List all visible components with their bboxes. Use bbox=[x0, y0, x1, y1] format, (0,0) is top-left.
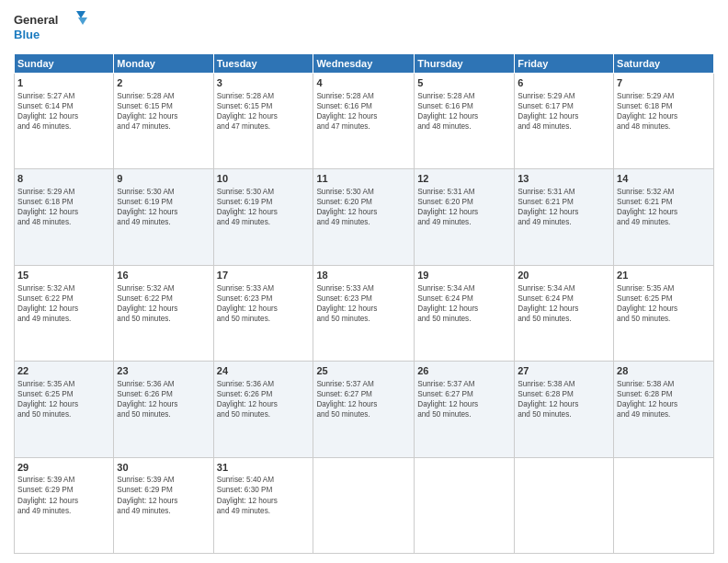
day-cell-5: 5Sunrise: 5:28 AM Sunset: 6:16 PM Daylig… bbox=[415, 74, 515, 169]
day-cell-15: 15Sunrise: 5:32 AM Sunset: 6:22 PM Dayli… bbox=[15, 265, 114, 361]
day-info: Sunrise: 5:28 AM Sunset: 6:16 PM Dayligh… bbox=[417, 91, 511, 132]
day-cell-8: 8Sunrise: 5:29 AM Sunset: 6:18 PM Daylig… bbox=[15, 169, 114, 265]
day-number: 14 bbox=[617, 172, 711, 186]
day-number: 13 bbox=[518, 172, 610, 186]
day-cell-2: 2Sunrise: 5:28 AM Sunset: 6:15 PM Daylig… bbox=[114, 74, 213, 169]
day-number: 30 bbox=[117, 461, 210, 475]
day-info: Sunrise: 5:30 AM Sunset: 6:20 PM Dayligh… bbox=[316, 187, 411, 227]
day-cell-31: 31Sunrise: 5:40 AM Sunset: 6:30 PM Dayli… bbox=[213, 457, 313, 553]
day-number: 18 bbox=[316, 269, 411, 282]
day-info: Sunrise: 5:32 AM Sunset: 6:21 PM Dayligh… bbox=[617, 187, 711, 227]
day-number: 6 bbox=[518, 76, 610, 90]
day-info: Sunrise: 5:31 AM Sunset: 6:20 PM Dayligh… bbox=[417, 187, 511, 227]
day-info: Sunrise: 5:28 AM Sunset: 6:15 PM Dayligh… bbox=[217, 91, 311, 132]
day-cell-7: 7Sunrise: 5:29 AM Sunset: 6:18 PM Daylig… bbox=[614, 74, 714, 169]
day-info: Sunrise: 5:32 AM Sunset: 6:22 PM Dayligh… bbox=[117, 283, 210, 324]
day-info: Sunrise: 5:29 AM Sunset: 6:17 PM Dayligh… bbox=[518, 91, 610, 132]
logo-svg: General Blue bbox=[14, 9, 87, 46]
day-cell-17: 17Sunrise: 5:33 AM Sunset: 6:23 PM Dayli… bbox=[213, 265, 313, 361]
day-number: 19 bbox=[417, 269, 511, 282]
day-info: Sunrise: 5:34 AM Sunset: 6:24 PM Dayligh… bbox=[417, 283, 511, 324]
day-info: Sunrise: 5:39 AM Sunset: 6:29 PM Dayligh… bbox=[117, 475, 210, 515]
day-cell-30: 30Sunrise: 5:39 AM Sunset: 6:29 PM Dayli… bbox=[114, 457, 213, 553]
day-number: 24 bbox=[217, 364, 311, 378]
day-cell-26: 26Sunrise: 5:37 AM Sunset: 6:27 PM Dayli… bbox=[415, 362, 515, 457]
day-info: Sunrise: 5:37 AM Sunset: 6:27 PM Dayligh… bbox=[316, 379, 411, 419]
header: General Blue bbox=[14, 9, 714, 46]
day-info: Sunrise: 5:40 AM Sunset: 6:30 PM Dayligh… bbox=[217, 475, 311, 515]
week-row-1: 1Sunrise: 5:27 AM Sunset: 6:14 PM Daylig… bbox=[15, 74, 714, 169]
day-info: Sunrise: 5:29 AM Sunset: 6:18 PM Dayligh… bbox=[17, 187, 110, 227]
day-cell-14: 14Sunrise: 5:32 AM Sunset: 6:21 PM Dayli… bbox=[614, 169, 714, 265]
day-info: Sunrise: 5:30 AM Sunset: 6:19 PM Dayligh… bbox=[217, 187, 311, 227]
day-cell-18: 18Sunrise: 5:33 AM Sunset: 6:23 PM Dayli… bbox=[313, 265, 415, 361]
day-number: 2 bbox=[117, 76, 210, 90]
day-number: 7 bbox=[617, 76, 711, 90]
day-number: 23 bbox=[117, 364, 210, 378]
svg-marker-2 bbox=[78, 17, 87, 25]
week-row-5: 29Sunrise: 5:39 AM Sunset: 6:29 PM Dayli… bbox=[15, 457, 714, 553]
day-info: Sunrise: 5:36 AM Sunset: 6:26 PM Dayligh… bbox=[117, 379, 210, 419]
day-info: Sunrise: 5:35 AM Sunset: 6:25 PM Dayligh… bbox=[17, 379, 110, 419]
day-cell-27: 27Sunrise: 5:38 AM Sunset: 6:28 PM Dayli… bbox=[515, 362, 614, 457]
day-cell-22: 22Sunrise: 5:35 AM Sunset: 6:25 PM Dayli… bbox=[15, 362, 114, 457]
day-info: Sunrise: 5:29 AM Sunset: 6:18 PM Dayligh… bbox=[617, 91, 711, 132]
day-number: 5 bbox=[417, 76, 511, 90]
day-cell-13: 13Sunrise: 5:31 AM Sunset: 6:21 PM Dayli… bbox=[515, 169, 614, 265]
day-cell-21: 21Sunrise: 5:35 AM Sunset: 6:25 PM Dayli… bbox=[614, 265, 714, 361]
header-thursday: Thursday bbox=[415, 54, 515, 74]
svg-text:Blue: Blue bbox=[14, 28, 40, 41]
day-info: Sunrise: 5:30 AM Sunset: 6:19 PM Dayligh… bbox=[117, 187, 210, 227]
day-number: 8 bbox=[17, 172, 110, 186]
header-monday: Monday bbox=[114, 54, 213, 74]
day-number: 29 bbox=[17, 461, 110, 475]
header-wednesday: Wednesday bbox=[313, 54, 415, 74]
day-cell-25: 25Sunrise: 5:37 AM Sunset: 6:27 PM Dayli… bbox=[313, 362, 415, 457]
day-info: Sunrise: 5:37 AM Sunset: 6:27 PM Dayligh… bbox=[417, 379, 511, 419]
header-sunday: Sunday bbox=[15, 54, 114, 74]
day-info: Sunrise: 5:34 AM Sunset: 6:24 PM Dayligh… bbox=[518, 283, 610, 324]
day-number: 4 bbox=[316, 76, 411, 90]
logo: General Blue bbox=[14, 9, 87, 46]
day-info: Sunrise: 5:35 AM Sunset: 6:25 PM Dayligh… bbox=[617, 283, 711, 324]
day-info: Sunrise: 5:33 AM Sunset: 6:23 PM Dayligh… bbox=[316, 283, 411, 324]
header-friday: Friday bbox=[515, 54, 614, 74]
day-cell-19: 19Sunrise: 5:34 AM Sunset: 6:24 PM Dayli… bbox=[415, 265, 515, 361]
day-info: Sunrise: 5:39 AM Sunset: 6:29 PM Dayligh… bbox=[17, 475, 110, 515]
day-cell-23: 23Sunrise: 5:36 AM Sunset: 6:26 PM Dayli… bbox=[114, 362, 213, 457]
day-info: Sunrise: 5:36 AM Sunset: 6:26 PM Dayligh… bbox=[217, 379, 311, 419]
day-cell-empty bbox=[515, 457, 614, 553]
day-cell-empty bbox=[415, 457, 515, 553]
day-info: Sunrise: 5:33 AM Sunset: 6:23 PM Dayligh… bbox=[217, 283, 311, 324]
day-number: 27 bbox=[518, 364, 610, 378]
day-cell-1: 1Sunrise: 5:27 AM Sunset: 6:14 PM Daylig… bbox=[15, 74, 114, 169]
day-cell-10: 10Sunrise: 5:30 AM Sunset: 6:19 PM Dayli… bbox=[213, 169, 313, 265]
svg-text:General: General bbox=[14, 13, 58, 27]
day-info: Sunrise: 5:28 AM Sunset: 6:15 PM Dayligh… bbox=[117, 91, 210, 132]
day-number: 31 bbox=[217, 461, 311, 475]
day-info: Sunrise: 5:38 AM Sunset: 6:28 PM Dayligh… bbox=[617, 379, 711, 419]
day-cell-4: 4Sunrise: 5:28 AM Sunset: 6:16 PM Daylig… bbox=[313, 74, 415, 169]
day-cell-11: 11Sunrise: 5:30 AM Sunset: 6:20 PM Dayli… bbox=[313, 169, 415, 265]
day-number: 26 bbox=[417, 364, 511, 378]
svg-marker-1 bbox=[76, 11, 85, 18]
day-number: 20 bbox=[518, 269, 610, 282]
day-number: 21 bbox=[617, 269, 711, 282]
week-row-4: 22Sunrise: 5:35 AM Sunset: 6:25 PM Dayli… bbox=[15, 362, 714, 457]
day-number: 12 bbox=[417, 172, 511, 186]
day-number: 22 bbox=[17, 364, 110, 378]
day-cell-29: 29Sunrise: 5:39 AM Sunset: 6:29 PM Dayli… bbox=[15, 457, 114, 553]
week-row-3: 15Sunrise: 5:32 AM Sunset: 6:22 PM Dayli… bbox=[15, 265, 714, 361]
day-number: 10 bbox=[217, 172, 311, 186]
day-cell-empty bbox=[313, 457, 415, 553]
day-number: 16 bbox=[117, 269, 210, 282]
day-cell-empty bbox=[614, 457, 714, 553]
day-info: Sunrise: 5:31 AM Sunset: 6:21 PM Dayligh… bbox=[518, 187, 610, 227]
day-cell-16: 16Sunrise: 5:32 AM Sunset: 6:22 PM Dayli… bbox=[114, 265, 213, 361]
day-cell-28: 28Sunrise: 5:38 AM Sunset: 6:28 PM Dayli… bbox=[614, 362, 714, 457]
page: General Blue SundayMondayTuesdayWednesda… bbox=[0, 0, 728, 563]
day-number: 28 bbox=[617, 364, 711, 378]
week-row-2: 8Sunrise: 5:29 AM Sunset: 6:18 PM Daylig… bbox=[15, 169, 714, 265]
day-info: Sunrise: 5:38 AM Sunset: 6:28 PM Dayligh… bbox=[518, 379, 610, 419]
calendar-table: SundayMondayTuesdayWednesdayThursdayFrid… bbox=[14, 53, 714, 554]
